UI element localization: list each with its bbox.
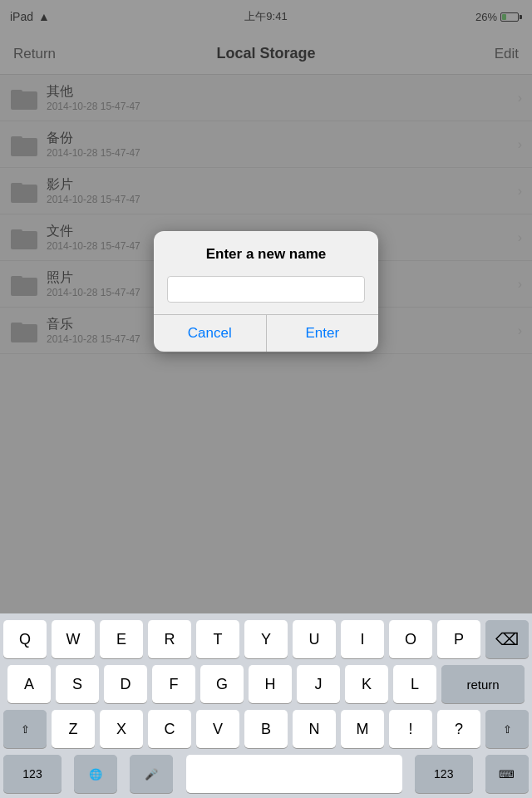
keyboard-hide-key[interactable]: ⌨ bbox=[485, 755, 529, 793]
backspace-key[interactable]: ⌫ bbox=[485, 620, 529, 658]
space-key[interactable] bbox=[186, 755, 402, 793]
keyboard: Q W E R T Y U I O P ⌫ A S D F G H J K L … bbox=[0, 613, 532, 798]
key-m[interactable]: M bbox=[341, 710, 384, 748]
globe-key[interactable]: 🌐 bbox=[74, 755, 117, 793]
key-y[interactable]: Y bbox=[244, 620, 288, 658]
key-n[interactable]: N bbox=[293, 710, 336, 748]
key-a[interactable]: A bbox=[7, 665, 51, 703]
enter-button[interactable]: Enter bbox=[267, 315, 379, 352]
key-f[interactable]: F bbox=[152, 665, 195, 703]
key-b[interactable]: B bbox=[244, 710, 288, 748]
new-name-input[interactable] bbox=[167, 276, 365, 303]
shift-key[interactable]: ⇧ bbox=[3, 710, 47, 748]
num-key-right[interactable]: 123 bbox=[415, 755, 473, 793]
key-w[interactable]: W bbox=[52, 620, 95, 658]
key-s[interactable]: S bbox=[56, 665, 99, 703]
key-d[interactable]: D bbox=[104, 665, 147, 703]
key-c[interactable]: C bbox=[148, 710, 191, 748]
key-question[interactable]: ? bbox=[437, 710, 480, 748]
key-e[interactable]: E bbox=[100, 620, 143, 658]
key-z[interactable]: Z bbox=[52, 710, 95, 748]
num-key-left[interactable]: 123 bbox=[3, 755, 62, 793]
key-g[interactable]: G bbox=[200, 665, 244, 703]
dialog-input-wrap bbox=[154, 271, 378, 314]
key-u[interactable]: U bbox=[293, 620, 336, 658]
key-o[interactable]: O bbox=[389, 620, 432, 658]
key-t[interactable]: T bbox=[196, 620, 239, 658]
key-r[interactable]: R bbox=[148, 620, 191, 658]
keyboard-row-3: ⇧ Z X C V B N M ! ? ⇧ bbox=[3, 710, 529, 748]
mic-key[interactable]: 🎤 bbox=[130, 755, 173, 793]
key-h[interactable]: H bbox=[249, 665, 292, 703]
rename-dialog: Enter a new name Cancel Enter bbox=[154, 231, 378, 352]
key-q[interactable]: Q bbox=[3, 620, 47, 658]
key-p[interactable]: P bbox=[437, 620, 480, 658]
key-k[interactable]: K bbox=[345, 665, 388, 703]
shift-key-right[interactable]: ⇧ bbox=[485, 710, 529, 748]
return-key[interactable]: return bbox=[441, 665, 525, 703]
dialog-title: Enter a new name bbox=[154, 231, 378, 271]
key-j[interactable]: J bbox=[297, 665, 340, 703]
keyboard-row-4: 123 🌐 🎤 123 ⌨ bbox=[3, 755, 529, 793]
keyboard-row-2: A S D F G H J K L return bbox=[3, 665, 529, 703]
key-v[interactable]: V bbox=[196, 710, 239, 748]
key-l[interactable]: L bbox=[393, 665, 436, 703]
key-i[interactable]: I bbox=[341, 620, 384, 658]
cancel-button[interactable]: Cancel bbox=[154, 315, 267, 352]
keyboard-row-1: Q W E R T Y U I O P ⌫ bbox=[3, 620, 529, 658]
dialog-buttons: Cancel Enter bbox=[154, 314, 378, 352]
key-x[interactable]: X bbox=[100, 710, 143, 748]
key-exclaim[interactable]: ! bbox=[389, 710, 432, 748]
